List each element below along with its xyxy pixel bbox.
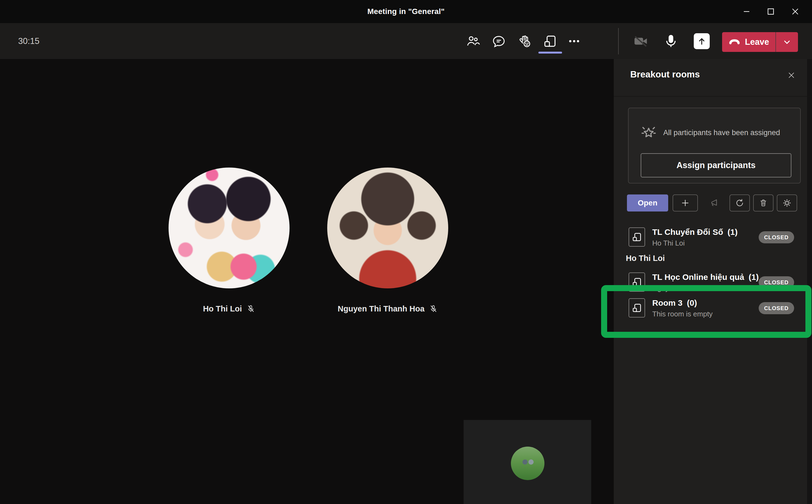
- room-title: TL Học Online hiệu quả(1): [652, 272, 752, 282]
- mic-off-icon: [247, 304, 255, 313]
- participants-button[interactable]: [463, 31, 483, 51]
- room-subtitle: Nguyen Thi Thanh Hoa: [652, 284, 752, 293]
- participant-name-row: Ho Thi Loi: [203, 303, 255, 315]
- room-row[interactable]: TL Học Online hiệu quả(1) Nguyen Thi Tha…: [629, 272, 794, 293]
- assign-participants-label: Assign participants: [677, 160, 756, 170]
- reactions-icon: [517, 34, 532, 49]
- assign-participants-button[interactable]: Assign participants: [641, 153, 791, 177]
- room-icon-box: [629, 227, 645, 247]
- rooms-settings-button[interactable]: [777, 194, 797, 211]
- leave-options-button[interactable]: [776, 37, 798, 47]
- recreate-rooms-button[interactable]: [730, 194, 750, 211]
- room-icon-box: [629, 298, 645, 318]
- room-subtitle: Ho Thi Loi: [652, 239, 752, 247]
- reactions-button[interactable]: [515, 31, 534, 51]
- open-label: Open: [638, 199, 658, 207]
- close-panel-button[interactable]: [785, 69, 797, 81]
- panel-edge: [807, 59, 812, 504]
- chat-icon: [492, 34, 506, 48]
- room-status-badge: CLOSED: [759, 231, 794, 243]
- mic-icon: [663, 34, 679, 49]
- breakout-rooms-icon: [632, 277, 642, 287]
- breakout-rooms-icon: [543, 34, 557, 48]
- plus-icon: [681, 198, 690, 208]
- breakout-rooms-icon: [632, 232, 642, 242]
- more-actions-button[interactable]: [564, 31, 584, 51]
- participant-name: Ho Thi Loi: [203, 304, 242, 313]
- meeting-window: Meeting in "General" 30:15: [0, 0, 812, 504]
- camera-off-icon: [633, 33, 649, 49]
- maximize-button[interactable]: [759, 0, 783, 23]
- participants-icon: [466, 34, 480, 48]
- meeting-toolbar: [0, 23, 812, 59]
- add-room-button[interactable]: [673, 194, 698, 211]
- room-title: TL Chuyển Đổi Số(1): [652, 227, 752, 237]
- meeting-timer: 30:15: [18, 23, 40, 59]
- breakout-rooms-icon: [632, 303, 642, 313]
- toolbar-divider: [618, 28, 619, 54]
- camera-toggle-button[interactable]: [631, 31, 651, 51]
- trash-icon: [759, 199, 768, 207]
- room-title: Room 3(0): [652, 298, 752, 308]
- open-rooms-button[interactable]: Open: [627, 194, 668, 211]
- leave-button-group: Leave: [722, 32, 798, 52]
- room-subtitle: This room is empty: [652, 310, 752, 318]
- delete-rooms-button[interactable]: [753, 194, 774, 211]
- avatar-nguyen-thi-thanh-hoa: [327, 168, 448, 288]
- avatar-ho-thi-loi: [168, 168, 290, 288]
- announcement-button[interactable]: [707, 194, 723, 211]
- room-row[interactable]: Room 3(0) This room is empty CLOSED: [629, 298, 794, 318]
- panel-header-divider: [614, 96, 812, 97]
- active-tab-indicator: [538, 52, 562, 54]
- leave-button[interactable]: Leave: [722, 36, 775, 48]
- room-row[interactable]: TL Chuyển Đổi Số(1) Ho Thi Loi CLOSED: [629, 227, 794, 247]
- chat-button[interactable]: [489, 31, 509, 51]
- close-icon: [787, 71, 796, 80]
- panel-title: Breakout rooms: [630, 69, 700, 80]
- mic-toggle-button[interactable]: [661, 31, 681, 51]
- megaphone-icon: [710, 197, 721, 208]
- chevron-down-icon: [782, 37, 792, 47]
- room-status-badge: CLOSED: [759, 302, 794, 314]
- share-icon: [694, 33, 710, 49]
- room-status-badge: CLOSED: [759, 276, 794, 288]
- room-icon-box: [629, 272, 645, 292]
- hangup-icon: [728, 36, 741, 48]
- mic-off-icon: [429, 304, 438, 313]
- close-icon: [791, 7, 799, 16]
- room-participant[interactable]: Ho Thi Loi: [626, 254, 665, 263]
- window-title: Meeting in "General": [0, 0, 812, 23]
- assignment-message: All participants have been assigned: [663, 129, 780, 137]
- participant-name: Nguyen Thi Thanh Hoa: [338, 304, 425, 313]
- participant-name-row: Nguyen Thi Thanh Hoa: [338, 303, 438, 315]
- breakout-rooms-button[interactable]: [540, 31, 560, 51]
- self-view-avatar: [511, 447, 544, 480]
- sparkle-star-icon: [639, 123, 659, 143]
- more-icon: [567, 34, 581, 48]
- sync-icon: [735, 198, 744, 208]
- close-window-button[interactable]: [783, 0, 807, 23]
- minimize-icon: [743, 8, 750, 15]
- minimize-button[interactable]: [735, 0, 759, 23]
- share-button[interactable]: [692, 31, 712, 51]
- maximize-icon: [767, 8, 775, 15]
- leave-label: Leave: [745, 37, 769, 47]
- gear-icon: [782, 198, 792, 208]
